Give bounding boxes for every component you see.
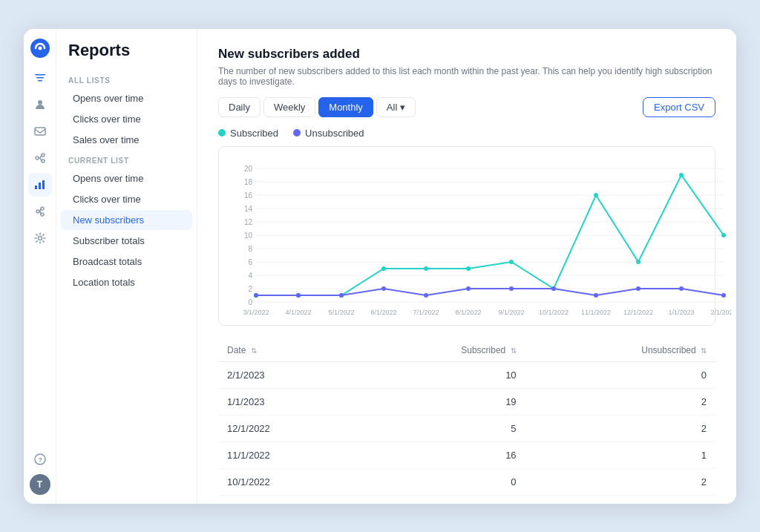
main-content: New subscribers added The number of new … xyxy=(197,29,736,504)
sidebar-item-opens-all[interactable]: Opens over time xyxy=(61,88,192,108)
col-subscribed[interactable]: Subscribed ⇅ xyxy=(358,339,525,362)
chevron-down-icon: ▾ xyxy=(400,102,405,113)
filter-weekly[interactable]: Weekly xyxy=(263,97,315,117)
svg-text:6/1/2022: 6/1/2022 xyxy=(370,309,396,316)
svg-point-9 xyxy=(42,160,45,162)
cell-date: 12/1/2022 xyxy=(218,415,358,441)
svg-text:7/1/2022: 7/1/2022 xyxy=(413,309,439,316)
user-avatar[interactable]: T xyxy=(30,474,50,495)
cell-date: 2/1/2023 xyxy=(218,361,358,388)
filter-all[interactable]: All ▾ xyxy=(376,97,416,117)
sidebar-item-broadcast-totals[interactable]: Broadcast totals xyxy=(61,252,192,272)
x-axis-labels: 3/1/2022 4/1/2022 5/1/2022 6/1/2022 7/1/… xyxy=(243,309,731,316)
svg-text:10/1/2022: 10/1/2022 xyxy=(539,309,569,316)
svg-point-75 xyxy=(679,286,684,291)
svg-text:10: 10 xyxy=(244,231,253,240)
subscribed-label: Subscribed xyxy=(230,128,278,139)
sidebar-item-sales-all[interactable]: Sales over time xyxy=(61,130,192,150)
svg-text:6: 6 xyxy=(248,258,252,266)
nav-reports-icon[interactable] xyxy=(28,173,52,197)
svg-point-56 xyxy=(381,266,386,271)
svg-text:1/1/2023: 1/1/2023 xyxy=(668,309,694,316)
sidebar-item-location-totals[interactable]: Location totals xyxy=(61,272,192,292)
svg-text:3/1/2022: 3/1/2022 xyxy=(243,309,269,316)
nav-settings-icon[interactable] xyxy=(28,226,52,250)
sidebar-item-clicks-all[interactable]: Clicks over time xyxy=(61,109,192,129)
cell-subscribed: 19 xyxy=(358,388,525,415)
data-table: Date ⇅ Subscribed ⇅ Unsubscribed ⇅ 2/1/2… xyxy=(218,339,715,496)
svg-text:?: ? xyxy=(38,456,42,464)
export-csv-button[interactable]: Export CSV xyxy=(643,97,715,117)
cell-unsubscribed: 0 xyxy=(525,361,715,388)
svg-text:18: 18 xyxy=(244,178,253,186)
table-row: 1/1/2023 19 2 xyxy=(218,388,715,415)
svg-text:20: 20 xyxy=(244,165,253,173)
svg-text:5/1/2022: 5/1/2022 xyxy=(328,309,354,316)
cell-subscribed: 16 xyxy=(358,441,525,468)
svg-point-65 xyxy=(254,293,258,298)
svg-rect-3 xyxy=(36,77,44,79)
svg-text:9/1/2022: 9/1/2022 xyxy=(498,309,524,316)
svg-text:11/1/2022: 11/1/2022 xyxy=(581,309,611,316)
svg-point-64 xyxy=(721,233,726,237)
sidebar-item-subscriber-totals[interactable]: Subscriber totals xyxy=(61,231,192,251)
chart-grid xyxy=(256,168,724,302)
cell-subscribed: 10 xyxy=(358,361,525,388)
cell-date: 10/1/2022 xyxy=(218,468,358,495)
svg-point-72 xyxy=(551,286,556,291)
nav-help-icon[interactable]: ? xyxy=(28,447,52,471)
svg-point-15 xyxy=(41,213,44,216)
svg-point-62 xyxy=(636,260,641,264)
nav-integrations-icon[interactable] xyxy=(28,200,52,223)
sidebar-item-opens[interactable]: Opens over time xyxy=(61,168,192,188)
nav-filters-icon[interactable] xyxy=(28,66,52,90)
sidebar-item-clicks[interactable]: Clicks over time xyxy=(61,189,192,209)
chart-legend: Subscribed Unsubscribed xyxy=(218,128,715,139)
svg-point-13 xyxy=(36,210,39,213)
svg-text:4: 4 xyxy=(248,272,252,280)
table-row: 2/1/2023 10 0 xyxy=(218,361,715,388)
filter-daily[interactable]: Daily xyxy=(218,97,261,117)
chart-title: New subscribers added xyxy=(218,47,715,62)
svg-text:12: 12 xyxy=(244,218,253,226)
svg-point-70 xyxy=(466,286,471,291)
svg-rect-2 xyxy=(35,74,45,76)
cell-unsubscribed: 2 xyxy=(525,468,715,495)
sidebar: Reports ALL LISTS Opens over time Clicks… xyxy=(56,29,197,504)
cell-date: 11/1/2022 xyxy=(218,441,358,468)
col-unsubscribed[interactable]: Unsubscribed ⇅ xyxy=(525,339,715,362)
nav-automation-icon[interactable] xyxy=(28,146,52,170)
svg-point-67 xyxy=(339,293,344,298)
nav-mail-icon[interactable] xyxy=(28,119,52,143)
icon-bar: ? T xyxy=(24,29,56,504)
filter-bar: Daily Weekly Monthly All ▾ Export CSV xyxy=(218,97,715,117)
filter-monthly[interactable]: Monthly xyxy=(318,97,373,117)
svg-rect-4 xyxy=(38,80,42,82)
cell-subscribed: 5 xyxy=(358,415,525,441)
sort-unsubscribed-icon: ⇅ xyxy=(701,347,707,355)
filter-buttons: Daily Weekly Monthly All ▾ xyxy=(218,97,416,117)
svg-point-76 xyxy=(721,293,726,298)
svg-point-8 xyxy=(42,154,45,157)
app-logo[interactable] xyxy=(30,38,50,59)
svg-text:8: 8 xyxy=(248,245,252,253)
svg-text:2/1/2023: 2/1/2023 xyxy=(710,309,731,316)
svg-rect-11 xyxy=(39,183,41,189)
cell-unsubscribed: 2 xyxy=(525,415,715,441)
table-body: 2/1/2023 10 0 1/1/2023 19 2 12/1/2022 5 … xyxy=(218,361,715,495)
cell-unsubscribed: 2 xyxy=(525,388,715,415)
table-row: 10/1/2022 0 2 xyxy=(218,468,715,495)
col-date[interactable]: Date ⇅ xyxy=(218,339,358,362)
unsubscribed-dot xyxy=(293,129,301,137)
svg-text:0: 0 xyxy=(248,298,252,306)
subscribed-dot xyxy=(218,129,226,137)
sidebar-item-new-subscribers[interactable]: New subscribers xyxy=(61,210,192,230)
svg-point-5 xyxy=(38,100,42,105)
legend-subscribed: Subscribed xyxy=(218,128,278,139)
sort-subscribed-icon: ⇅ xyxy=(511,347,517,355)
svg-text:4/1/2022: 4/1/2022 xyxy=(285,309,311,316)
svg-point-69 xyxy=(424,293,428,298)
svg-rect-10 xyxy=(35,185,37,189)
svg-point-58 xyxy=(466,266,471,271)
nav-contacts-icon[interactable] xyxy=(28,93,52,116)
